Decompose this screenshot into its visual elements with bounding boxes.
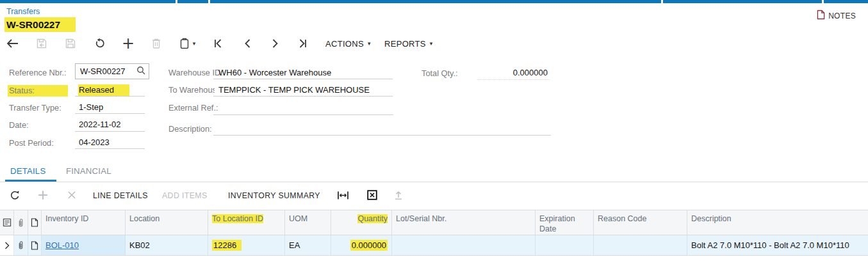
column-header-uom[interactable]: UOM xyxy=(285,210,331,235)
tab-strip-divider xyxy=(208,0,210,3)
page-title: W-SR00227 xyxy=(4,19,76,31)
export-excel-icon[interactable] xyxy=(365,189,379,201)
reference-nbr-field[interactable]: W-SR00227 xyxy=(75,63,149,79)
details-grid: Inventory ID Location To Location ID UOM… xyxy=(0,210,868,256)
inventory-summary-button[interactable]: INVENTORY SUMMARY xyxy=(228,191,320,200)
cell-expiration-date[interactable] xyxy=(536,235,594,255)
copy-paste-caret-icon[interactable]: ▾ xyxy=(190,36,198,51)
tab-strip-divider xyxy=(176,0,177,3)
column-header-reason-code[interactable]: Reason Code xyxy=(594,210,687,235)
post-period-value: 04-2023 xyxy=(79,137,110,147)
browser-tab-strip xyxy=(0,0,868,3)
table-row[interactable]: BOL-010 KB02 12286 EA 0.000000 Bolt A2 7… xyxy=(0,235,868,256)
delete-row-icon[interactable] xyxy=(65,189,79,201)
column-header-to-location-id[interactable]: To Location ID xyxy=(208,210,285,235)
last-record-button[interactable] xyxy=(295,36,311,51)
cell-quantity[interactable]: 0.000000 xyxy=(331,235,392,255)
cell-inventory-id[interactable]: BOL-010 xyxy=(42,235,126,255)
add-button[interactable]: + xyxy=(120,36,136,51)
line-details-button[interactable]: LINE DETAILS xyxy=(93,191,148,200)
to-warehouse-label: To Warehouse ... xyxy=(168,85,215,95)
grid-header-row: Inventory ID Location To Location ID UOM… xyxy=(0,210,868,235)
external-ref-field[interactable] xyxy=(213,100,393,115)
notes-label: NOTES xyxy=(828,12,856,20)
post-period-label: Post Period: xyxy=(9,138,54,148)
add-row-icon[interactable]: + xyxy=(36,189,50,201)
date-value: 2022-11-02 xyxy=(79,120,121,129)
tab-strip-divider xyxy=(661,0,663,3)
search-icon[interactable] xyxy=(136,66,145,77)
tabs-divider xyxy=(0,182,868,182)
notes-column-icon xyxy=(28,210,42,235)
reports-menu-button[interactable]: REPORTS▾ xyxy=(384,39,433,49)
previous-record-button[interactable] xyxy=(240,36,255,51)
description-field[interactable] xyxy=(213,120,551,136)
undo-icon[interactable] xyxy=(92,36,107,51)
note-icon xyxy=(817,10,825,22)
column-header-quantity[interactable]: Quantity xyxy=(331,210,392,235)
first-record-button[interactable] xyxy=(210,36,225,51)
cell-uom[interactable]: EA xyxy=(285,235,331,255)
attachment-column-icon xyxy=(14,210,28,235)
row-note-icon[interactable] xyxy=(28,235,42,255)
column-header-inventory-id[interactable]: Inventory ID xyxy=(42,210,126,235)
to-warehouse-value: TEMPPICK - TEMP PICK WAREHOUSE xyxy=(218,85,370,95)
tab-details[interactable]: DETAILS xyxy=(10,166,45,176)
delete-button[interactable] xyxy=(149,36,164,51)
grid-settings-icon[interactable] xyxy=(0,210,14,235)
cell-lot-serial[interactable] xyxy=(392,235,536,255)
status-label: Status: xyxy=(8,85,68,97)
save-and-close-button[interactable] xyxy=(34,36,49,51)
upload-icon[interactable] xyxy=(391,189,405,201)
add-items-button[interactable]: ADD ITEMS xyxy=(162,191,208,200)
transfers-screen: Transfers W-SR00227 NOTES + ▾ ACTIONS▾ xyxy=(0,0,868,266)
actions-menu-button[interactable]: ACTIONS▾ xyxy=(325,39,371,49)
status-value: Released xyxy=(78,84,129,96)
reference-nbr-label: Reference Nbr.: xyxy=(9,68,67,77)
breadcrumb[interactable]: Transfers xyxy=(6,7,40,16)
column-header-description[interactable]: Description xyxy=(687,210,868,235)
transfer-type-value: 1-Step xyxy=(79,102,103,112)
row-expand-chevron-icon[interactable] xyxy=(0,235,14,255)
notes-button[interactable]: NOTES xyxy=(817,10,856,22)
next-record-button[interactable] xyxy=(268,36,283,51)
tab-financial[interactable]: FINANCIAL xyxy=(66,166,111,176)
date-label: Date: xyxy=(9,120,29,130)
chevron-down-icon: ▾ xyxy=(430,41,433,47)
save-button[interactable] xyxy=(63,36,78,51)
total-qty-label: Total Qty.: xyxy=(422,68,458,78)
cell-description[interactable]: Bolt A2 7.0 M10*110 - Bolt A2 7.0 M10*11… xyxy=(687,235,868,255)
external-ref-label: External Ref.: xyxy=(168,103,218,113)
refresh-icon[interactable] xyxy=(8,189,22,201)
cell-to-location-id[interactable]: 12286 xyxy=(208,235,285,255)
warehouse-id-value: WH60 - Worcester Warehouse xyxy=(218,68,331,77)
transfer-type-label: Transfer Type: xyxy=(9,103,61,113)
back-button[interactable] xyxy=(5,36,20,51)
column-header-location[interactable]: Location xyxy=(126,210,208,235)
column-header-expiration-date[interactable]: Expiration Date xyxy=(536,210,594,235)
column-header-lot-serial[interactable]: Lot/Serial Nbr. xyxy=(392,210,536,235)
row-attachment-icon[interactable] xyxy=(14,235,28,255)
fit-width-icon[interactable] xyxy=(336,189,350,201)
description-label: Description: xyxy=(168,124,212,134)
total-qty-value: 0.000000 xyxy=(477,68,548,77)
tab-strip-divider xyxy=(822,0,824,3)
cell-location[interactable]: KB02 xyxy=(126,235,208,255)
cell-reason-code[interactable] xyxy=(594,235,687,255)
chevron-down-icon: ▾ xyxy=(368,41,371,47)
